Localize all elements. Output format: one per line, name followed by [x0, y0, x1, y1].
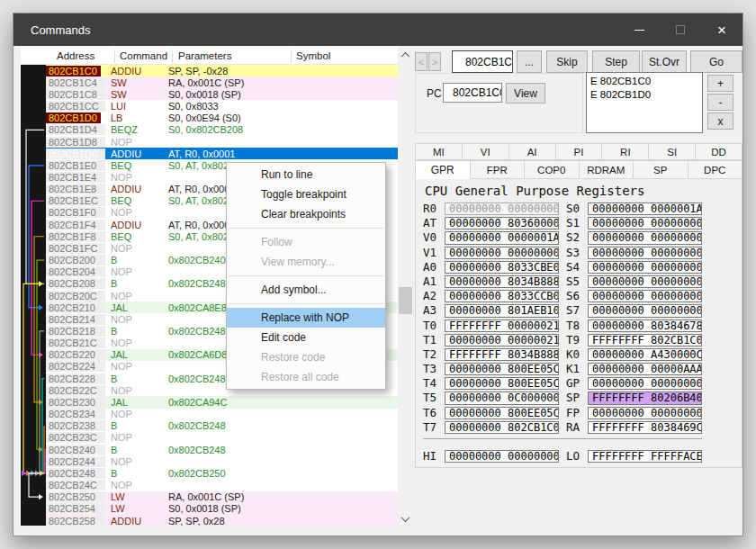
tab-fpr[interactable]: FPR [471, 160, 526, 179]
menu-item-edit-code[interactable]: Edit code [227, 328, 385, 347]
tab-sp[interactable]: SP [634, 160, 688, 179]
minimize-button[interactable] [618, 14, 660, 46]
breakpoint-item[interactable]: E 802CB1D0 [590, 88, 702, 102]
register-k0-value[interactable]: 00000000 A430000C [588, 348, 702, 361]
menu-item-toggle-breakpoint[interactable]: Toggle breakpoint [227, 184, 385, 204]
register-s3-value[interactable]: 00000000 00000000 [588, 247, 702, 259]
column-header-symbol[interactable]: Symbol [296, 50, 330, 61]
disasm-row-802cb250[interactable]: 802CB250LWRA, 0x001C (SP) [46, 491, 398, 503]
disasm-row-802cb1d8[interactable]: 802CB1D8NOP [46, 136, 398, 148]
column-header-address[interactable]: Address [57, 50, 94, 61]
address-input[interactable] [452, 50, 513, 73]
disasm-row-802cb254[interactable]: 802CB254LWS0, 0x0018 (SP) [46, 503, 398, 515]
register-t4-value[interactable]: 00000000 800EE05C [445, 377, 559, 390]
scroll-up-button[interactable] [398, 48, 413, 63]
tab-ai[interactable]: AI [509, 143, 556, 160]
register-t5-value[interactable]: 00000000 0C000000 [445, 392, 559, 404]
menu-item-add-symbol[interactable]: Add symbol... [227, 280, 385, 300]
register-a1-value[interactable]: 00000000 8034B888 [445, 275, 559, 288]
title-bar[interactable]: Commands × [14, 14, 742, 46]
register-t1-value[interactable]: 00000000 00000021 [445, 334, 559, 346]
disasm-row-802cb230[interactable]: 802CB230JAL0x802CA94C [46, 396, 398, 408]
tab-mi[interactable]: MI [415, 143, 463, 160]
back-button[interactable]: < [415, 52, 428, 71]
register-s1-value[interactable]: 00000000 00000000 [588, 217, 702, 230]
step-over-button[interactable]: St.Ovr [642, 50, 687, 73]
disasm-row-802cb234[interactable]: 802CB234NOP [46, 409, 398, 420]
tab-ri[interactable]: RI [602, 143, 649, 160]
register-s7-value[interactable]: 00000000 00000000 [588, 304, 702, 317]
command-cell: LW [111, 503, 168, 514]
disasm-row-802cb248[interactable]: 802CB248B0x802CB250 [46, 467, 398, 479]
tab-cop0[interactable]: COP0 [525, 160, 580, 179]
register-a2-value[interactable]: 00000000 8033CCB0 [445, 290, 559, 302]
more-button[interactable]: ... [517, 50, 542, 73]
column-header-command[interactable]: Command [120, 50, 167, 61]
register-s6-value[interactable]: 00000000 00000000 [588, 290, 702, 302]
breakpoint-list[interactable]: E 802CB1C0E 802CB1D0 [586, 72, 703, 133]
disasm-row-802cb1dc[interactable]: 802CB1DCADDIUAT, R0, 0x0001 [46, 148, 398, 159]
close-button[interactable]: × [701, 14, 742, 46]
disasm-row-802cb238[interactable]: 802CB238B0x802CB248 [46, 420, 398, 432]
breakpoint-clear-button[interactable]: x [707, 112, 734, 130]
register-r0-value[interactable]: 00000000 00000000 [445, 202, 559, 215]
disasm-row-802cb240[interactable]: 802CB240B0x802CB248 [46, 444, 398, 455]
register-hi-value[interactable]: 00000000 00000000 [445, 450, 559, 463]
register-t9-value[interactable]: FFFFFFFF 802CB1C0 [588, 334, 702, 346]
register-t8-value[interactable]: 00000000 80384678 [588, 320, 702, 332]
register-a3-value[interactable]: 00000000 801AEB10 [445, 304, 559, 317]
address-text: 802CB1D4 [46, 124, 105, 135]
register-t6-value[interactable]: 00000000 800EE05C [445, 407, 559, 419]
disasm-row-802cb1c0[interactable]: 802CB1C0ADDIUSP, SP, -0x28 [46, 65, 398, 76]
tab-si[interactable]: SI [649, 143, 696, 160]
list-scrollbar[interactable] [398, 48, 413, 526]
skip-button[interactable]: Skip [546, 50, 588, 73]
view-button[interactable]: View [506, 83, 545, 104]
disasm-row-802cb1c8[interactable]: 802CB1C8SWS0, 0x0018 (SP) [46, 88, 398, 100]
register-v0-value[interactable]: 00000000 0000001A [445, 231, 559, 244]
pc-input[interactable] [443, 83, 502, 103]
register-v1-value[interactable]: 00000000 00000000 [445, 247, 559, 259]
register-t2-value[interactable]: FFFFFFFF 8034B888 [445, 348, 559, 361]
tab-rdram[interactable]: RDRAM [580, 160, 634, 179]
tab-gpr[interactable]: GPR [415, 160, 471, 179]
step-button[interactable]: Step [592, 50, 640, 73]
go-button[interactable]: Go [690, 50, 742, 73]
tab-dd[interactable]: DD [696, 143, 742, 160]
register-lo-value[interactable]: FFFFFFFF FFFFFACE [588, 450, 702, 463]
register-s0-value[interactable]: 00000000 0000001A [588, 202, 702, 215]
register-t0-value[interactable]: FFFFFFFF 00000021 [445, 320, 559, 332]
tab-vi[interactable]: VI [463, 143, 509, 160]
register-s5-value[interactable]: 00000000 00000000 [588, 275, 702, 288]
register-t7-value[interactable]: 00000000 802CB1C0 [445, 421, 559, 434]
scrollbar-thumb[interactable] [399, 287, 412, 314]
register-gp-value[interactable]: 00000000 00000000 [588, 377, 702, 390]
menu-item-clear-breakpoints[interactable]: Clear breakpoints [227, 204, 385, 224]
register-sp-value[interactable]: FFFFFFFF 80206B40 [588, 392, 702, 404]
breakpoint-add-button[interactable]: + [707, 75, 734, 92]
disasm-row-802cb1d4[interactable]: 802CB1D4BEQZS0, 0x802CB208 [46, 124, 398, 136]
breakpoint-remove-button[interactable]: - [707, 94, 734, 111]
tab-pi[interactable]: PI [556, 143, 603, 160]
scroll-down-button[interactable] [398, 511, 413, 526]
tab-dpc[interactable]: DPC [688, 160, 743, 179]
register-at-value[interactable]: 00000000 80360000 [445, 217, 559, 230]
register-s4-value[interactable]: 00000000 00000000 [588, 261, 702, 274]
disasm-row-802cb1c4[interactable]: 802CB1C4SWRA, 0x001C (SP) [46, 76, 398, 88]
register-fp-value[interactable]: 00000000 00000000 [588, 407, 702, 419]
column-header-parameters[interactable]: Parameters [178, 50, 231, 61]
disasm-row-802cb1cc[interactable]: 802CB1CCLUIS0, 0x8033 [46, 100, 398, 112]
forward-button[interactable]: > [428, 52, 441, 71]
register-a0-value[interactable]: 00000000 8033CBE0 [445, 261, 559, 274]
breakpoint-item[interactable]: E 802CB1C0 [590, 75, 702, 88]
register-s2-value[interactable]: 00000000 00000000 [588, 231, 702, 244]
disasm-row-802cb1d0[interactable]: 802CB1D0LBS0, 0x0E94 (S0) [46, 112, 398, 124]
disasm-row-802cb244[interactable]: 802CB244NOP [46, 455, 398, 467]
register-ra-value[interactable]: FFFFFFFF 8038469C [588, 421, 702, 434]
disasm-row-802cb24c[interactable]: 802CB24CNOP [46, 479, 398, 490]
register-k1-value[interactable]: 00000000 00000AAA [588, 363, 702, 375]
menu-item-run-to-line[interactable]: Run to line [227, 165, 385, 184]
menu-item-replace-with-nop[interactable]: Replace with NOP [227, 308, 385, 328]
register-t3-value[interactable]: 00000000 800EE05C [445, 363, 559, 375]
disasm-row-802cb23c[interactable]: 802CB23CNOP [46, 432, 398, 444]
